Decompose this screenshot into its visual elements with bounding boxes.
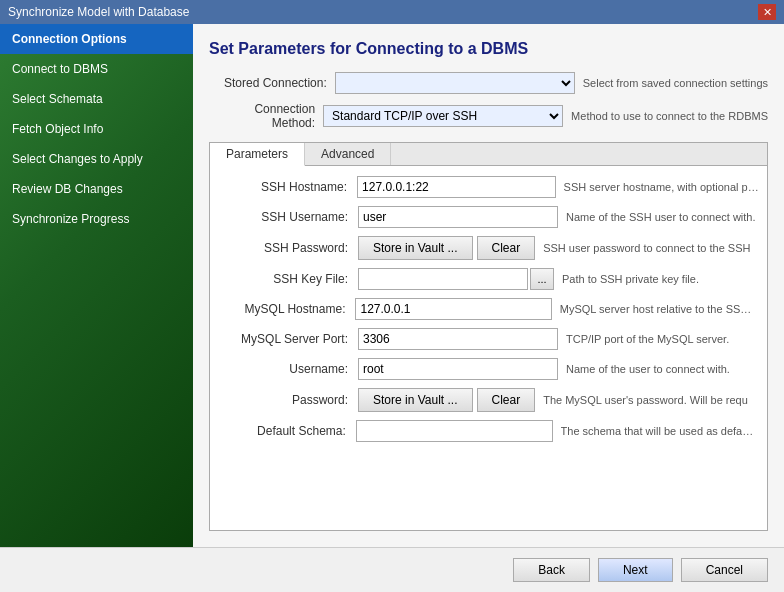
ssh-password-clear-button[interactable]: Clear bbox=[477, 236, 536, 260]
sidebar-item-connect-to-dbms[interactable]: Connect to DBMS bbox=[0, 54, 193, 84]
mysql-server-port-hint: TCP/IP port of the MySQL server. bbox=[566, 333, 729, 345]
content-area: Set Parameters for Connecting to a DBMS … bbox=[193, 24, 784, 547]
stored-connection-label: Stored Connection: bbox=[209, 76, 335, 90]
tab-parameters[interactable]: Parameters bbox=[210, 143, 305, 166]
title-bar: Synchronize Model with Database ✕ bbox=[0, 0, 784, 24]
title-bar-text: Synchronize Model with Database bbox=[8, 5, 189, 19]
password-buttons: Store in Vault ... Clear bbox=[358, 388, 535, 412]
ssh-username-hint: Name of the SSH user to connect with. bbox=[566, 211, 756, 223]
stored-connection-row: Stored Connection: Select from saved con… bbox=[209, 72, 768, 94]
sidebar-item-fetch-object-info[interactable]: Fetch Object Info bbox=[0, 114, 193, 144]
ssh-password-row: SSH Password: Store in Vault ... Clear S… bbox=[218, 236, 759, 260]
default-schema-row: Default Schema: The schema that will be … bbox=[218, 420, 759, 442]
default-schema-label: Default Schema: bbox=[218, 424, 356, 438]
connection-method-label: Connection Method: bbox=[209, 102, 323, 130]
stored-connection-hint: Select from saved connection settings bbox=[583, 77, 768, 89]
default-schema-input[interactable] bbox=[356, 420, 553, 442]
connection-method-row: Connection Method: Standard TCP/IP over … bbox=[209, 102, 768, 130]
page-title: Set Parameters for Connecting to a DBMS bbox=[209, 40, 768, 58]
stored-connection-input-area: Select from saved connection settings bbox=[335, 72, 768, 94]
close-button[interactable]: ✕ bbox=[758, 4, 776, 20]
ssh-password-store-button[interactable]: Store in Vault ... bbox=[358, 236, 473, 260]
ssh-key-file-browse-button[interactable]: ... bbox=[530, 268, 554, 290]
footer-buttons: Back Next Cancel bbox=[0, 547, 784, 592]
password-hint: The MySQL user's password. Will be requ bbox=[543, 394, 748, 406]
default-schema-hint: The schema that will be used as default … bbox=[561, 425, 759, 437]
tabs-header: Parameters Advanced bbox=[210, 143, 767, 166]
ssh-key-file-label: SSH Key File: bbox=[218, 272, 358, 286]
sidebar-item-review-db-changes[interactable]: Review DB Changes bbox=[0, 174, 193, 204]
mysql-server-port-label: MySQL Server Port: bbox=[218, 332, 358, 346]
password-store-button[interactable]: Store in Vault ... bbox=[358, 388, 473, 412]
mysql-hostname-hint: MySQL server host relative to the SSH se bbox=[560, 303, 759, 315]
ssh-password-label: SSH Password: bbox=[218, 241, 358, 255]
password-row: Password: Store in Vault ... Clear The M… bbox=[218, 388, 759, 412]
mysql-hostname-input[interactable] bbox=[355, 298, 551, 320]
sidebar-item-select-changes[interactable]: Select Changes to Apply bbox=[0, 144, 193, 174]
ssh-password-hint: SSH user password to connect to the SSH bbox=[543, 242, 750, 254]
mysql-server-port-row: MySQL Server Port: TCP/IP port of the My… bbox=[218, 328, 759, 350]
connection-method-hint: Method to use to connect to the RDBMS bbox=[571, 110, 768, 122]
ssh-key-file-input-area: ... bbox=[358, 268, 554, 290]
mysql-hostname-row: MySQL Hostname: MySQL server host relati… bbox=[218, 298, 759, 320]
username-row: Username: Name of the user to connect wi… bbox=[218, 358, 759, 380]
tab-advanced[interactable]: Advanced bbox=[305, 143, 391, 165]
mysql-server-port-input[interactable] bbox=[358, 328, 558, 350]
username-hint: Name of the user to connect with. bbox=[566, 363, 730, 375]
connection-method-select[interactable]: Standard TCP/IP over SSH bbox=[323, 105, 563, 127]
ssh-key-file-row: SSH Key File: ... Path to SSH private ke… bbox=[218, 268, 759, 290]
ssh-password-buttons: Store in Vault ... Clear bbox=[358, 236, 535, 260]
sidebar-item-synchronize-progress[interactable]: Synchronize Progress bbox=[0, 204, 193, 234]
password-label: Password: bbox=[218, 393, 358, 407]
ssh-username-label: SSH Username: bbox=[218, 210, 358, 224]
ssh-hostname-row: SSH Hostname: SSH server hostname, with … bbox=[218, 176, 759, 198]
mysql-hostname-label: MySQL Hostname: bbox=[218, 302, 355, 316]
tabs-body: SSH Hostname: SSH server hostname, with … bbox=[210, 166, 767, 530]
connection-method-input-area: Standard TCP/IP over SSH Method to use t… bbox=[323, 105, 768, 127]
cancel-button[interactable]: Cancel bbox=[681, 558, 768, 582]
sidebar-item-connection-options[interactable]: Connection Options bbox=[0, 24, 193, 54]
ssh-hostname-hint: SSH server hostname, with optional port bbox=[564, 181, 759, 193]
sidebar-item-select-schemata[interactable]: Select Schemata bbox=[0, 84, 193, 114]
ssh-username-input[interactable] bbox=[358, 206, 558, 228]
stored-connection-select[interactable] bbox=[335, 72, 575, 94]
next-button[interactable]: Next bbox=[598, 558, 673, 582]
ssh-username-row: SSH Username: Name of the SSH user to co… bbox=[218, 206, 759, 228]
password-clear-button[interactable]: Clear bbox=[477, 388, 536, 412]
ssh-hostname-input[interactable] bbox=[357, 176, 556, 198]
tabs-container: Parameters Advanced SSH Hostname: SSH se… bbox=[209, 142, 768, 531]
back-button[interactable]: Back bbox=[513, 558, 590, 582]
sidebar: Connection Options Connect to DBMS Selec… bbox=[0, 24, 193, 547]
username-input[interactable] bbox=[358, 358, 558, 380]
ssh-key-file-hint: Path to SSH private key file. bbox=[562, 273, 699, 285]
main-content: Connection Options Connect to DBMS Selec… bbox=[0, 24, 784, 547]
ssh-hostname-label: SSH Hostname: bbox=[218, 180, 357, 194]
ssh-key-file-input[interactable] bbox=[358, 268, 528, 290]
username-label: Username: bbox=[218, 362, 358, 376]
